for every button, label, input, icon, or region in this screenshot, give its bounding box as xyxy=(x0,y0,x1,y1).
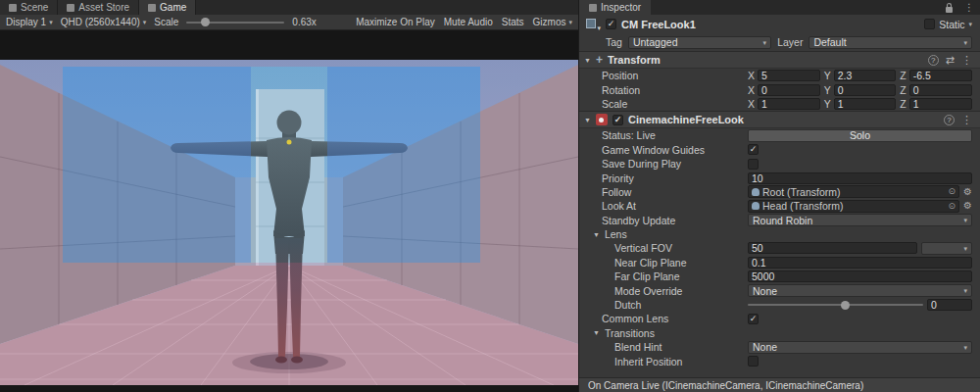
cinemachine-header-buttons: ? ⋮ xyxy=(944,114,972,126)
display-dropdown[interactable]: Display 1 ▾ xyxy=(6,17,53,27)
foldout-icon: ▼ xyxy=(593,329,600,336)
priority-field[interactable]: 10 xyxy=(748,172,972,184)
component-menu-icon[interactable]: ⋮ xyxy=(961,114,972,126)
help-icon[interactable]: ? xyxy=(928,55,939,66)
static-dropdown-icon[interactable]: ▾ xyxy=(968,21,972,27)
dutch-slider[interactable] xyxy=(748,304,923,306)
axis-z-label: Z xyxy=(900,98,906,110)
near-clip-field[interactable]: 0.1 xyxy=(748,257,972,269)
foldout-icon[interactable]: ▼ xyxy=(584,57,591,64)
rotation-row: Rotation X0 Y0 Z0 xyxy=(579,82,980,96)
follow-object-field[interactable]: Root (Transform) ⊙ xyxy=(748,185,959,198)
cinemachine-header[interactable]: ▼ ✓ CinemachineFreeLook ? ⋮ xyxy=(579,111,980,128)
scale-slider-handle[interactable] xyxy=(201,18,210,26)
resolution-dropdown-label: QHD (2560x1440) xyxy=(61,17,140,27)
tab-game[interactable]: Game xyxy=(139,0,196,15)
tabbar-spacer xyxy=(651,0,940,15)
presets-icon[interactable]: ⇄ xyxy=(946,54,955,67)
tab-inspector[interactable]: Inspector xyxy=(579,0,651,15)
dutch-slider-handle[interactable] xyxy=(841,301,850,310)
inspector-tab-icon xyxy=(589,4,597,12)
static-checkbox[interactable] xyxy=(924,19,935,29)
gameobject-name[interactable]: CM FreeLook1 xyxy=(621,19,696,30)
position-z-field[interactable]: -6.5 xyxy=(909,70,972,81)
common-lens-checkbox[interactable]: ✓ xyxy=(748,314,759,324)
chevron-down-icon: ▾ xyxy=(597,24,601,32)
resolution-dropdown[interactable]: QHD (2560x1440) ▾ xyxy=(61,17,147,27)
maximize-on-play-button[interactable]: Maximize On Play xyxy=(356,17,435,27)
common-lens-label: Common Lens xyxy=(602,313,744,324)
gear-icon[interactable]: ⚙ xyxy=(963,187,972,197)
tag-dropdown[interactable]: Untagged ▾ xyxy=(628,36,771,49)
scale-x-field[interactable]: 1 xyxy=(758,98,820,110)
transform-header[interactable]: ▼ + Transform ? ⇄ ⋮ xyxy=(579,51,980,69)
tab-scene[interactable]: Scene xyxy=(0,0,58,15)
rotation-z-field[interactable]: 0 xyxy=(909,84,972,96)
component-menu-icon[interactable]: ⋮ xyxy=(961,54,972,67)
gizmos-dropdown[interactable]: Gizmos ▾ xyxy=(533,17,572,27)
scale-slider[interactable] xyxy=(186,22,284,24)
axis-x-label: X xyxy=(748,84,755,96)
fov-preset-dropdown[interactable]: ▾ xyxy=(921,242,972,255)
gameobject-header: ▾ ✓ CM FreeLook1 Static ▾ xyxy=(579,15,980,33)
chevron-down-icon: ▾ xyxy=(568,19,572,25)
rotation-y-field[interactable]: 0 xyxy=(834,84,897,96)
tag-label: Tag xyxy=(606,36,622,48)
inherit-position-checkbox[interactable] xyxy=(748,356,759,367)
scale-z-field[interactable]: 1 xyxy=(909,98,972,110)
standby-update-row: Standby Update Round Robin ▾ xyxy=(579,214,980,227)
vertical-fov-label: Vertical FOV xyxy=(602,242,744,254)
mute-audio-button[interactable]: Mute Audio xyxy=(444,17,493,27)
dutch-field[interactable]: 0 xyxy=(927,299,972,311)
lens-foldout-label: Lens xyxy=(605,228,627,240)
blend-hint-dropdown[interactable]: None ▾ xyxy=(748,341,972,354)
help-icon[interactable]: ? xyxy=(944,115,955,125)
save-during-play-checkbox[interactable] xyxy=(748,159,759,170)
transform-icon: + xyxy=(596,54,603,66)
cinemachine-enabled-checkbox[interactable]: ✓ xyxy=(612,115,623,125)
blend-hint-label: Blend Hint xyxy=(602,341,744,353)
game-viewport[interactable] xyxy=(0,30,578,392)
rotation-x-field[interactable]: 0 xyxy=(758,84,820,96)
game-view-render xyxy=(0,60,578,385)
layer-dropdown[interactable]: Default ▾ xyxy=(808,36,972,49)
tab-inspector-label: Inspector xyxy=(601,2,641,13)
tab-asset-store[interactable]: Asset Store xyxy=(58,0,139,15)
foldout-icon[interactable]: ▼ xyxy=(584,117,591,123)
transform-ref-icon xyxy=(752,202,760,210)
tab-game-label: Game xyxy=(160,2,186,13)
gear-icon[interactable]: ⚙ xyxy=(963,201,972,211)
object-picker-icon[interactable]: ⊙ xyxy=(948,202,956,211)
gameobject-icon[interactable]: ▾ xyxy=(585,18,601,30)
gameobject-enabled-checkbox[interactable]: ✓ xyxy=(606,19,616,29)
look-at-object-field[interactable]: Head (Transform) ⊙ xyxy=(748,200,959,213)
solo-button[interactable]: Solo xyxy=(748,129,972,142)
standby-update-label: Standby Update xyxy=(602,215,744,226)
chevron-down-icon: ▾ xyxy=(763,39,767,46)
position-y-field[interactable]: 2.3 xyxy=(834,70,897,81)
object-picker-icon[interactable]: ⊙ xyxy=(948,187,956,196)
mode-override-value: None xyxy=(753,285,959,297)
game-toolbar: Display 1 ▾ QHD (2560x1440) ▾ Scale 0.63… xyxy=(0,15,578,30)
lens-foldout[interactable]: ▼ Lens xyxy=(579,227,980,241)
scale-y-field[interactable]: 1 xyxy=(834,98,897,110)
axis-z-label: Z xyxy=(900,84,906,96)
game-window-guides-checkbox[interactable]: ✓ xyxy=(748,144,759,155)
inspector-tabbar: Inspector ⋮ xyxy=(579,0,980,15)
lock-icon[interactable] xyxy=(940,0,958,15)
tag-value: Untagged xyxy=(633,36,760,48)
asset-store-tab-icon xyxy=(67,4,74,12)
vertical-fov-field[interactable]: 50 xyxy=(748,242,917,254)
dutch-row: Dutch 0 xyxy=(579,298,980,312)
transitions-foldout-label: Transitions xyxy=(605,327,655,339)
stats-button[interactable]: Stats xyxy=(502,17,524,27)
follow-value: Root (Transform) xyxy=(762,186,945,198)
position-x-field[interactable]: 5 xyxy=(758,70,820,81)
far-clip-field[interactable]: 5000 xyxy=(748,270,972,282)
inspector-menu-icon[interactable]: ⋮ xyxy=(958,0,980,15)
transitions-foldout[interactable]: ▼ Transitions xyxy=(579,326,980,340)
chevron-down-icon: ▾ xyxy=(963,217,967,223)
save-during-play-label: Save During Play xyxy=(602,158,744,170)
standby-update-dropdown[interactable]: Round Robin ▾ xyxy=(748,214,972,226)
mode-override-dropdown[interactable]: None ▾ xyxy=(748,284,972,297)
